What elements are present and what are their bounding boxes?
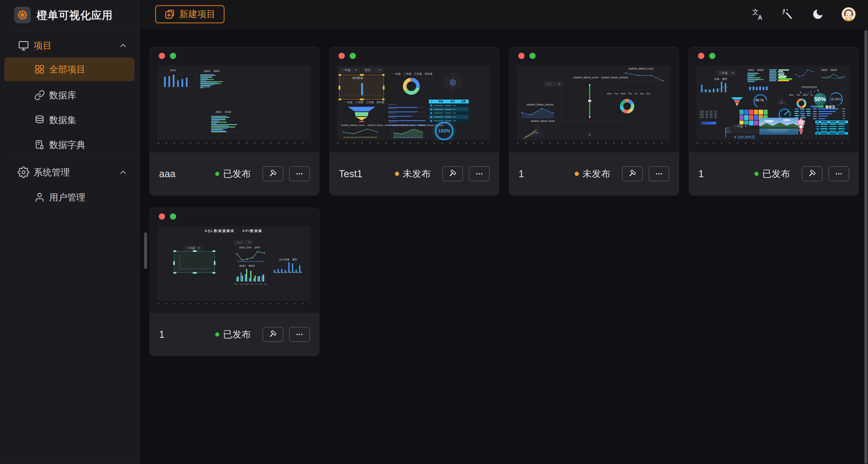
mini-donut-chart	[795, 97, 807, 110]
sidebar-item-all-projects[interactable]: 全部项目	[4, 57, 134, 81]
mini-select: 一年级	[184, 246, 203, 250]
mini-pyramid	[775, 95, 787, 105]
more-button[interactable]	[649, 166, 669, 181]
magic-wand-icon[interactable]	[782, 8, 794, 21]
legend: data1 data2	[215, 111, 231, 113]
sidebar-item-label: 全部项目	[49, 63, 85, 75]
sidebar-item-dataset[interactable]: 数据集	[0, 107, 140, 132]
mini-bar-chart	[271, 261, 303, 274]
window-dots	[698, 53, 715, 59]
window-dots	[339, 53, 356, 59]
mini-percent-ring: 25.00%	[829, 92, 843, 106]
legend: student_attend_count student_flower_amou…	[391, 124, 443, 126]
mini-line-chart	[339, 128, 380, 139]
mini-select: 一年级	[732, 124, 749, 128]
ellipsis-icon	[295, 169, 304, 178]
card-footer: Test1 未发布	[330, 152, 499, 195]
ellipsis-icon	[834, 169, 843, 178]
card-footer: 1 已发布	[689, 152, 859, 195]
project-name: aaa	[159, 168, 175, 180]
mini-tabs	[726, 130, 758, 133]
sidebar-scrollbar-thumb[interactable]	[144, 232, 147, 269]
status-label: 未发布	[583, 167, 610, 180]
legend: data1 data2	[821, 68, 837, 71]
green-dot	[529, 53, 536, 59]
edit-button[interactable]	[262, 166, 283, 181]
project-card: 一年级 语文 献花数量 一年级	[329, 47, 499, 195]
mini-select	[234, 240, 253, 245]
project-thumbnail[interactable]: 一年级 语文 献花数量 一年级	[337, 65, 490, 141]
language-icon[interactable]: 文 A	[752, 8, 764, 21]
mini-candlestick	[748, 85, 769, 92]
panel-title: SQL数据源测试	[205, 229, 235, 233]
sidebar-group-label: 系统管理	[34, 166, 70, 179]
hammer-icon	[269, 330, 277, 339]
orange-wheel-icon	[17, 9, 28, 21]
project-thumbnail[interactable]: price data1 data2	[157, 65, 310, 141]
legend: chineseScore	[801, 86, 817, 89]
mini-funnel-chart	[730, 96, 744, 107]
edit-button[interactable]	[262, 327, 283, 342]
window-dots	[518, 53, 536, 59]
sidebar: 橙单可视化应用 项目 全部项目 数据库 数据集	[0, 0, 140, 464]
edit-button[interactable]	[622, 166, 643, 181]
radar-label: student_attend_count	[530, 120, 555, 122]
green-dot	[350, 53, 356, 59]
money-label: ¥ 100,000元	[734, 135, 755, 140]
status-label: 已发布	[223, 328, 251, 341]
project-name: 1	[698, 168, 704, 180]
legend: 一年级 二年级 三年级 四年级	[344, 101, 384, 104]
sidebar-group-projects[interactable]: 项目	[0, 36, 140, 55]
chevron-up-icon[interactable]	[119, 167, 128, 177]
mini-bar-chart	[161, 73, 190, 89]
dark-mode-moon-icon[interactable]	[812, 8, 824, 21]
sidebar-item-users[interactable]: 用户管理	[0, 185, 140, 210]
project-name: Test1	[339, 168, 362, 180]
landscape-photo	[760, 118, 799, 135]
more-button[interactable]	[829, 166, 849, 181]
sidebar-item-database[interactable]: 数据库	[0, 83, 140, 107]
database-stack-icon	[34, 115, 45, 125]
svg-text:A: A	[758, 14, 762, 21]
mini-area-chart	[518, 107, 557, 120]
divider	[9, 159, 134, 159]
document-icon	[34, 140, 45, 150]
project-thumbnail[interactable]: 二年级 价格 课时 data1 data2	[696, 65, 850, 141]
sidebar-item-dictionary[interactable]: 数据字典	[0, 132, 140, 157]
ellipsis-icon	[475, 169, 484, 178]
selected-widget: 献花数量	[339, 75, 384, 100]
legend: data1 data2	[747, 68, 764, 71]
project-thumbnail[interactable]: student_attend_count student_attend_coun…	[517, 65, 670, 141]
edit-button[interactable]	[802, 166, 823, 181]
more-button[interactable]	[469, 166, 490, 181]
sidebar-item-label: 数据字典	[49, 139, 85, 151]
sidebar-group-system[interactable]: 系统管理	[0, 163, 140, 182]
window-dots	[159, 53, 176, 59]
app-title: 橙单可视化应用	[37, 0, 113, 31]
legend: 合计价格 课时	[278, 258, 298, 261]
edit-button[interactable]	[442, 166, 463, 181]
axis-labels: MonTueWedThuFriSatSun	[234, 283, 268, 285]
hammer-icon	[448, 169, 457, 178]
chevron-up-icon[interactable]	[119, 41, 128, 50]
legend: data1 data2	[203, 69, 220, 72]
new-project-button[interactable]: 新建项目	[155, 5, 224, 23]
more-button[interactable]	[289, 327, 310, 342]
legend: data1 data2	[239, 264, 255, 267]
mini-funnel-chart	[346, 105, 377, 123]
user-avatar[interactable]	[842, 7, 856, 21]
mini-donut-chart	[618, 97, 636, 115]
status-label: 已发布	[762, 167, 790, 180]
more-button[interactable]	[289, 166, 310, 181]
status-dot	[754, 172, 758, 176]
sidebar-item-label: 数据库	[49, 89, 76, 101]
mini-line-chart	[794, 68, 815, 80]
mini-grouped-bars	[233, 268, 268, 283]
red-dot	[159, 213, 165, 220]
mini-select: 二年级	[716, 71, 736, 75]
mini-labeled-bars	[769, 69, 792, 82]
card-footer: aaa 已发布	[150, 152, 319, 195]
project-thumbnail[interactable]: SQL数据源测试 API数据集 一年级 cl	[157, 226, 310, 301]
ellipsis-icon	[295, 330, 304, 339]
selected-widget	[174, 251, 215, 273]
